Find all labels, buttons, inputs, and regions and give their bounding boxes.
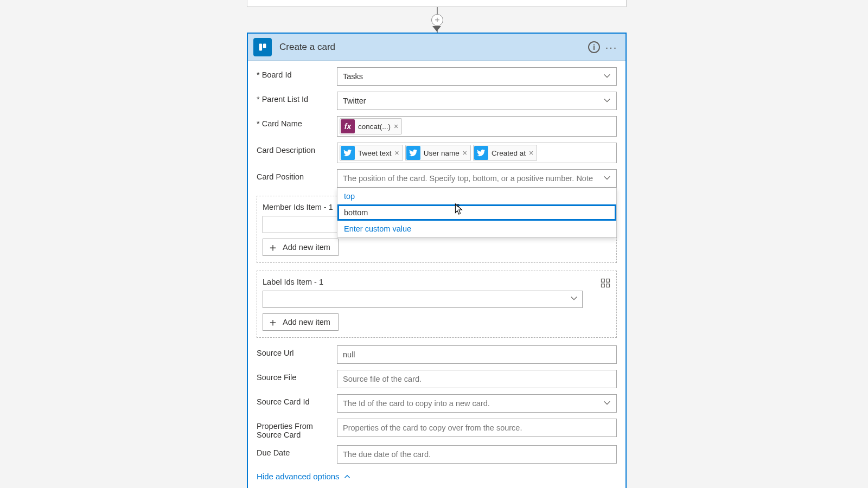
svg-rect-2 [263, 43, 266, 48]
switch-array-icon[interactable] [600, 278, 611, 291]
svg-rect-1 [259, 43, 263, 50]
action-card-create-card: Create a card i ··· *Board Id Tasks *Par… [247, 33, 627, 488]
dropdown-option-bottom[interactable]: bottom [337, 204, 616, 221]
label-ids-section: Label Ids Item - 1 ＋ Add new item [257, 271, 617, 338]
add-step-button[interactable]: + [431, 14, 443, 26]
card-title: Create a card [279, 42, 585, 53]
svg-rect-4 [607, 279, 610, 282]
label-card-position: Card Position [257, 172, 304, 181]
twitter-icon [406, 146, 420, 160]
card-body: *Board Id Tasks *Parent List Id Twitter … [248, 61, 626, 488]
chevron-down-icon [603, 174, 611, 183]
chevron-down-icon [603, 72, 611, 81]
svg-rect-6 [607, 284, 610, 287]
token-tweet-text[interactable]: Tweet text × [340, 145, 403, 161]
info-icon[interactable]: i [585, 38, 603, 56]
remove-token-icon[interactable]: × [394, 122, 398, 131]
hide-advanced-options-link[interactable]: Hide advanced options [257, 472, 350, 481]
dropdown-option-top[interactable]: top [337, 188, 616, 204]
chevron-down-icon [603, 399, 611, 408]
card-header[interactable]: Create a card i ··· [248, 34, 626, 61]
source-file-input[interactable]: Source file of the card. [337, 370, 617, 388]
label-label-ids: Label Ids Item - 1 [263, 278, 611, 286]
trello-icon [253, 38, 272, 56]
required-asterisk: * [257, 70, 260, 79]
twitter-icon [341, 146, 355, 160]
more-icon[interactable]: ··· [603, 38, 620, 56]
required-asterisk: * [257, 95, 260, 104]
label-board-id: Board Id [262, 70, 292, 79]
remove-token-icon[interactable]: × [463, 149, 467, 157]
board-id-select[interactable]: Tasks [337, 67, 617, 86]
chevron-up-icon [344, 473, 350, 480]
parent-list-select[interactable]: Twitter [337, 92, 617, 110]
card-name-input[interactable]: fx concat(...) × [337, 116, 617, 137]
add-label-item-button[interactable]: ＋ Add new item [263, 313, 339, 331]
label-card-name: Card Name [262, 119, 302, 128]
label-source-url: Source Url [257, 349, 294, 357]
card-description-input[interactable]: Tweet text × User name × Created at × [337, 143, 617, 163]
label-source-card-id: Source Card Id [257, 397, 310, 406]
card-position-select[interactable]: The position of the card. Specify top, b… [337, 169, 617, 188]
props-from-source-input[interactable]: Properties of the card to copy over from… [337, 419, 617, 437]
fx-icon: fx [341, 119, 355, 133]
token-created-at[interactable]: Created at × [473, 145, 537, 161]
label-ids-select[interactable] [263, 291, 583, 308]
label-parent-list-id: Parent List Id [262, 95, 308, 104]
remove-token-icon[interactable]: × [395, 149, 399, 157]
chevron-down-icon [603, 97, 611, 106]
label-source-file: Source File [257, 373, 296, 382]
label-due-date: Due Date [257, 448, 290, 457]
remove-token-icon[interactable]: × [529, 149, 533, 157]
required-asterisk: * [257, 119, 260, 128]
svg-rect-3 [602, 279, 605, 282]
dropdown-option-custom[interactable]: Enter custom value [337, 221, 616, 237]
label-props-from-source: Properties From Source Card [257, 422, 337, 439]
card-position-dropdown: top bottom Enter custom value [337, 188, 617, 237]
label-card-description: Card Description [257, 146, 315, 155]
due-date-input[interactable]: The due date of the card. [337, 445, 617, 464]
token-user-name[interactable]: User name × [405, 145, 471, 161]
svg-rect-5 [602, 284, 605, 287]
chevron-down-icon [570, 294, 578, 304]
add-member-item-button[interactable]: ＋ Add new item [263, 239, 339, 256]
source-card-id-select[interactable]: The Id of the card to copy into a new ca… [337, 394, 617, 413]
twitter-icon [474, 146, 488, 160]
flow-arrow-icon [432, 26, 441, 31]
source-url-input[interactable]: null [337, 345, 617, 364]
token-expression[interactable]: fx concat(...) × [340, 118, 402, 134]
previous-step-card [247, 0, 627, 7]
